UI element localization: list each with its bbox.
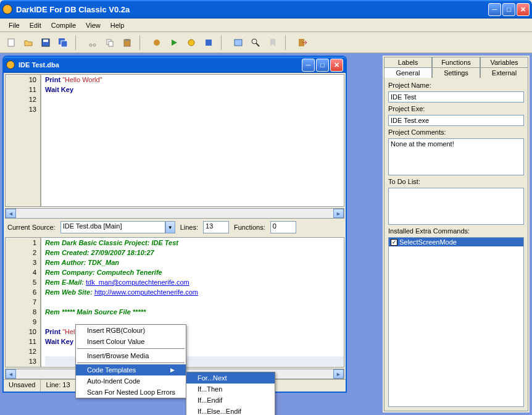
menu-item[interactable]: Insert/Browse Media [76, 350, 186, 361]
app-title: DarkIDE For DB Classic V0.2a [16, 5, 488, 14]
window-icon[interactable] [231, 35, 246, 50]
menu-item[interactable]: For...Next [186, 372, 275, 384]
menu-label: Auto-Indent Code [87, 377, 140, 385]
project-exe-label: Project Exe: [388, 105, 524, 112]
menu-compile[interactable]: Compile [46, 20, 81, 30]
list-item[interactable]: ✓ SelectScreenMode [389, 238, 523, 246]
main-titlebar: DarkIDE For DB Classic V0.2a ─ □ ✕ [0, 0, 532, 19]
editor-max-button[interactable]: □ [316, 59, 329, 72]
menu-label: Insert RGB(Colour) [87, 327, 145, 334]
close-button[interactable]: ✕ [517, 3, 530, 16]
menu-item[interactable]: If...Else...Endif [186, 406, 275, 415]
menu-item[interactable]: Auto-Indent Code [76, 375, 186, 387]
paste-icon[interactable] [120, 35, 135, 50]
menu-label: Insert/Browse Media [87, 352, 149, 359]
line-number: 4 [6, 267, 36, 277]
scroll-track[interactable] [16, 209, 333, 218]
lines-label: Lines: [180, 224, 198, 231]
code-line[interactable] [45, 94, 344, 104]
scroll-left-icon[interactable]: ◄ [6, 369, 16, 379]
menu-view[interactable]: View [81, 20, 106, 30]
line-number: 12 [6, 94, 36, 104]
save-icon[interactable] [38, 35, 53, 50]
svg-point-6 [93, 44, 96, 46]
editor-close-button[interactable]: ✕ [330, 59, 343, 72]
menu-item[interactable]: Code Templates▶ [76, 364, 186, 375]
functions-label: Functions: [234, 224, 265, 231]
save-all-icon[interactable] [56, 35, 70, 50]
submenu-arrow-icon: ▶ [170, 367, 175, 373]
comments-input[interactable]: None at the moment! [388, 138, 524, 175]
scroll-right-icon[interactable]: ► [333, 209, 344, 218]
menu-item[interactable]: Insert RGB(Colour) [76, 325, 186, 336]
tab-general[interactable]: General [384, 67, 432, 78]
cut-icon[interactable] [85, 35, 100, 50]
find-icon[interactable] [248, 35, 263, 50]
compile-icon[interactable] [184, 35, 199, 50]
checkbox-icon[interactable]: ✓ [391, 239, 397, 246]
line-number: 3 [6, 258, 36, 267]
extra-commands-list[interactable]: ✓ SelectScreenMode [388, 237, 524, 407]
code-line[interactable]: Rem Web Site: http://www.computechteneri… [45, 287, 344, 297]
scroll-left-icon[interactable]: ◄ [6, 209, 16, 218]
list-item-label: SelectScreenMode [399, 238, 457, 246]
svg-rect-4 [61, 41, 67, 47]
menu-help[interactable]: Help [106, 20, 130, 30]
code-line[interactable]: Rem Company: Computech Tenerife [45, 267, 344, 277]
code-line[interactable]: Rem E-Mail: tdk_man@computechtenerife.co… [45, 277, 344, 287]
code-line[interactable]: Rem ***** Main Source File ***** [45, 307, 344, 317]
project-exe-input[interactable]: IDE Test.exe [388, 115, 524, 126]
code-line[interactable]: Print "Hello World" [45, 75, 344, 85]
preview-editor[interactable]: 10111213 Print "Hello World"Wait Key [5, 74, 344, 207]
open-icon[interactable] [21, 35, 36, 50]
side-panel: LabelsFunctionsVariablesGeneralSettingsE… [383, 56, 530, 413]
line-number: 11 [6, 337, 36, 346]
svg-rect-8 [109, 41, 113, 46]
dropdown-icon[interactable]: ▼ [165, 221, 175, 233]
menu-separator [77, 363, 185, 363]
h-scrollbar[interactable]: ◄ ► [5, 208, 344, 219]
code-area[interactable]: Print "Hello World"Wait Key [41, 75, 344, 206]
line-number: 10 [6, 75, 36, 85]
svg-point-12 [188, 40, 194, 46]
menu-item[interactable]: Insert Colour Value [76, 336, 186, 347]
menu-item[interactable]: If...Endif [186, 395, 275, 406]
menu-item[interactable]: Scan For Nested Loop Errors [76, 387, 186, 398]
todo-label: To Do List: [388, 178, 524, 185]
tabs: LabelsFunctionsVariablesGeneralSettingsE… [384, 57, 528, 78]
editor-min-button[interactable]: ─ [302, 59, 315, 72]
media-icon[interactable] [149, 35, 164, 50]
code-line[interactable] [45, 297, 344, 307]
tab-settings[interactable]: Settings [432, 67, 480, 78]
tab-external[interactable]: External [480, 67, 528, 78]
maximize-button[interactable]: □ [502, 3, 515, 16]
menu-file[interactable]: File [4, 20, 25, 30]
menu-edit[interactable]: Edit [25, 20, 46, 30]
code-line[interactable]: Wait Key [45, 85, 344, 94]
todo-input[interactable] [388, 188, 524, 225]
code-line[interactable] [45, 104, 344, 114]
code-line[interactable]: Rem Author: TDK_Man [45, 258, 344, 267]
run-icon[interactable] [167, 35, 181, 50]
exit-icon[interactable] [295, 35, 310, 50]
line-number: 10 [6, 327, 36, 337]
project-name-label: Project Name: [388, 82, 524, 89]
source-select[interactable]: IDE Test.dba [Main] [60, 221, 165, 233]
mdi-area: IDE Test.dba ─ □ ✕ 10111213 Print "Hello… [2, 56, 380, 413]
new-icon[interactable] [4, 35, 19, 50]
source-bar: Current Source: IDE Test.dba [Main] ▼ Li… [4, 219, 346, 236]
copy-icon[interactable] [102, 35, 117, 50]
tab-labels[interactable]: Labels [384, 57, 432, 67]
tab-functions[interactable]: Functions [432, 57, 480, 67]
svg-rect-0 [8, 39, 14, 46]
line-number: 13 [6, 356, 36, 366]
tab-variables[interactable]: Variables [480, 57, 528, 67]
menu-item[interactable]: If...Then [186, 384, 275, 395]
build-icon[interactable] [201, 35, 216, 50]
bookmark-icon[interactable] [265, 35, 280, 50]
scroll-right-icon[interactable]: ► [333, 369, 344, 379]
minimize-button[interactable]: ─ [488, 3, 501, 16]
project-name-input[interactable]: IDE Test [388, 91, 524, 103]
code-line[interactable]: Rem Dark Basic Classic Project: IDE Test [45, 238, 344, 248]
code-line[interactable]: Rem Created: 27/09/2007 18:10:27 [45, 248, 344, 258]
